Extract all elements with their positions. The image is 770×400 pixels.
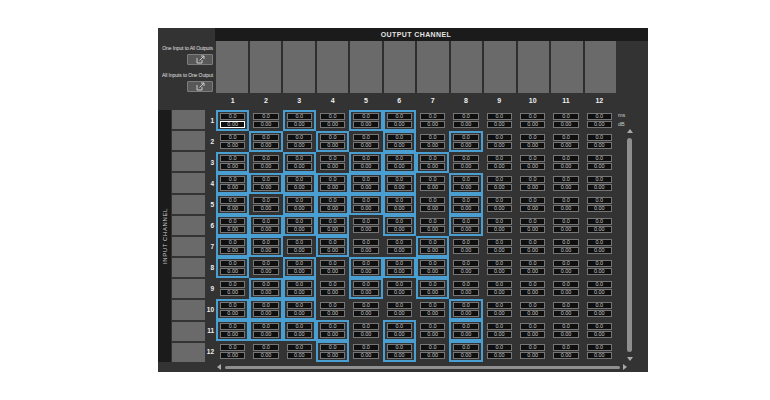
delay-ms-field-in1-out3[interactable]: 0.0 [287,113,312,120]
delay-ms-field-in8-out12[interactable]: 0.0 [587,260,612,267]
matrix-cell-in1-out9[interactable]: 0.00.00 [483,110,516,131]
delay-ms-field-in5-out10[interactable]: 0.0 [520,197,545,204]
matrix-cell-in3-out12[interactable]: 0.00.00 [583,152,616,173]
gain-db-field-in10-out4[interactable]: 0.00 [320,310,345,317]
matrix-cell-in12-out4[interactable]: 0.00.00 [316,341,349,362]
gain-db-field-in10-out9[interactable]: 0.00 [487,310,512,317]
matrix-cell-in1-out6[interactable]: 0.00.00 [383,110,416,131]
gain-db-field-in7-out12[interactable]: 0.00 [587,247,612,254]
matrix-cell-in5-out10[interactable]: 0.00.00 [516,194,549,215]
delay-ms-field-in7-out5[interactable]: 0.0 [353,239,378,246]
matrix-cell-in6-out1[interactable]: 0.00.00 [216,215,249,236]
delay-ms-field-in11-out10[interactable]: 0.0 [520,323,545,330]
matrix-cell-in4-out11[interactable]: 0.00.00 [549,173,582,194]
gain-db-field-in2-out5[interactable]: 0.00 [353,142,378,149]
gain-db-field-in4-out9[interactable]: 0.00 [487,184,512,191]
gain-db-field-in2-out3[interactable]: 0.00 [287,142,312,149]
matrix-cell-in12-out5[interactable]: 0.00.00 [349,341,382,362]
matrix-cell-in9-out9[interactable]: 0.00.00 [483,278,516,299]
matrix-cell-in12-out9[interactable]: 0.00.00 [483,341,516,362]
gain-db-field-in7-out7[interactable]: 0.00 [420,247,445,254]
delay-ms-field-in10-out11[interactable]: 0.0 [553,302,578,309]
delay-ms-field-in4-out7[interactable]: 0.0 [420,176,445,183]
gain-db-field-in11-out8[interactable]: 0.00 [453,331,478,338]
delay-ms-field-in11-out11[interactable]: 0.0 [553,323,578,330]
matrix-cell-in2-out2[interactable]: 0.00.00 [249,131,282,152]
delay-ms-field-in9-out2[interactable]: 0.0 [253,281,278,288]
delay-ms-field-in7-out8[interactable]: 0.0 [453,239,478,246]
delay-ms-field-in11-out6[interactable]: 0.0 [387,323,412,330]
matrix-cell-in9-out4[interactable]: 0.00.00 [316,278,349,299]
matrix-cell-in10-out10[interactable]: 0.00.00 [516,299,549,320]
gain-db-field-in5-out11[interactable]: 0.00 [553,205,578,212]
matrix-cell-in8-out4[interactable]: 0.00.00 [316,257,349,278]
gain-db-field-in4-out10[interactable]: 0.00 [520,184,545,191]
matrix-cell-in8-out6[interactable]: 0.00.00 [383,257,416,278]
gain-db-field-in11-out4[interactable]: 0.00 [320,331,345,338]
delay-ms-field-in8-out5[interactable]: 0.0 [353,260,378,267]
matrix-cell-in9-out2[interactable]: 0.00.00 [249,278,282,299]
matrix-cell-in1-out11[interactable]: 0.00.00 [549,110,582,131]
gain-db-field-in7-out2[interactable]: 0.00 [253,247,278,254]
delay-ms-field-in7-out6[interactable]: 0.0 [387,239,412,246]
matrix-cell-in11-out5[interactable]: 0.00.00 [349,320,382,341]
matrix-cell-in8-out10[interactable]: 0.00.00 [516,257,549,278]
gain-db-field-in11-out1[interactable]: 0.00 [220,331,245,338]
matrix-cell-in5-out11[interactable]: 0.00.00 [549,194,582,215]
matrix-cell-in12-out7[interactable]: 0.00.00 [416,341,449,362]
matrix-cell-in3-out4[interactable]: 0.00.00 [316,152,349,173]
delay-ms-field-in10-out6[interactable]: 0.0 [387,302,412,309]
delay-ms-field-in10-out7[interactable]: 0.0 [420,302,445,309]
gain-db-field-in1-out11[interactable]: 0.00 [553,121,578,128]
matrix-cell-in11-out8[interactable]: 0.00.00 [449,320,482,341]
gain-db-field-in5-out5[interactable]: 0.00 [353,205,378,212]
gain-db-field-in8-out10[interactable]: 0.00 [520,268,545,275]
matrix-cell-in5-out4[interactable]: 0.00.00 [316,194,349,215]
matrix-cell-in7-out6[interactable]: 0.00.00 [383,236,416,257]
matrix-cell-in11-out4[interactable]: 0.00.00 [316,320,349,341]
gain-db-field-in3-out6[interactable]: 0.00 [387,163,412,170]
gain-db-field-in6-out3[interactable]: 0.00 [287,226,312,233]
matrix-cell-in3-out5[interactable]: 0.00.00 [349,152,382,173]
gain-db-field-in6-out6[interactable]: 0.00 [387,226,412,233]
matrix-cell-in6-out10[interactable]: 0.00.00 [516,215,549,236]
scroll-up-arrow-icon[interactable] [627,129,633,133]
gain-db-field-in8-out2[interactable]: 0.00 [253,268,278,275]
delay-ms-field-in5-out11[interactable]: 0.0 [553,197,578,204]
matrix-cell-in8-out1[interactable]: 0.00.00 [216,257,249,278]
delay-ms-field-in3-out3[interactable]: 0.0 [287,155,312,162]
gain-db-field-in5-out1[interactable]: 0.00 [220,205,245,212]
delay-ms-field-in2-out1[interactable]: 0.0 [220,134,245,141]
matrix-cell-in7-out5[interactable]: 0.00.00 [349,236,382,257]
delay-ms-field-in10-out1[interactable]: 0.0 [220,302,245,309]
matrix-cell-in10-out5[interactable]: 0.00.00 [349,299,382,320]
delay-ms-field-in1-out8[interactable]: 0.0 [453,113,478,120]
gain-db-field-in7-out10[interactable]: 0.00 [520,247,545,254]
delay-ms-field-in9-out4[interactable]: 0.0 [320,281,345,288]
scroll-down-arrow-icon[interactable] [627,357,633,361]
matrix-cell-in12-out12[interactable]: 0.00.00 [583,341,616,362]
delay-ms-field-in3-out2[interactable]: 0.0 [253,155,278,162]
gain-db-field-in10-out10[interactable]: 0.00 [520,310,545,317]
matrix-cell-in12-out10[interactable]: 0.00.00 [516,341,549,362]
gain-db-field-in9-out6[interactable]: 0.00 [387,289,412,296]
matrix-cell-in11-out3[interactable]: 0.00.00 [283,320,316,341]
delay-ms-field-in7-out2[interactable]: 0.0 [253,239,278,246]
gain-db-field-in4-out1[interactable]: 0.00 [220,184,245,191]
matrix-cell-in4-out3[interactable]: 0.00.00 [283,173,316,194]
gain-db-field-in12-out6[interactable]: 0.00 [387,352,412,359]
delay-ms-field-in6-out1[interactable]: 0.0 [220,218,245,225]
matrix-cell-in3-out10[interactable]: 0.00.00 [516,152,549,173]
matrix-cell-in8-out9[interactable]: 0.00.00 [483,257,516,278]
matrix-cell-in8-out3[interactable]: 0.00.00 [283,257,316,278]
delay-ms-field-in8-out4[interactable]: 0.0 [320,260,345,267]
matrix-cell-in9-out5[interactable]: 0.00.00 [349,278,382,299]
matrix-cell-in10-out1[interactable]: 0.00.00 [216,299,249,320]
delay-ms-field-in3-out9[interactable]: 0.0 [487,155,512,162]
matrix-cell-in7-out3[interactable]: 0.00.00 [283,236,316,257]
delay-ms-field-in9-out10[interactable]: 0.0 [520,281,545,288]
gain-db-field-in6-out7[interactable]: 0.00 [420,226,445,233]
gain-db-field-in3-out8[interactable]: 0.00 [453,163,478,170]
gain-db-field-in2-out9[interactable]: 0.00 [487,142,512,149]
gain-db-field-in3-out2[interactable]: 0.00 [253,163,278,170]
